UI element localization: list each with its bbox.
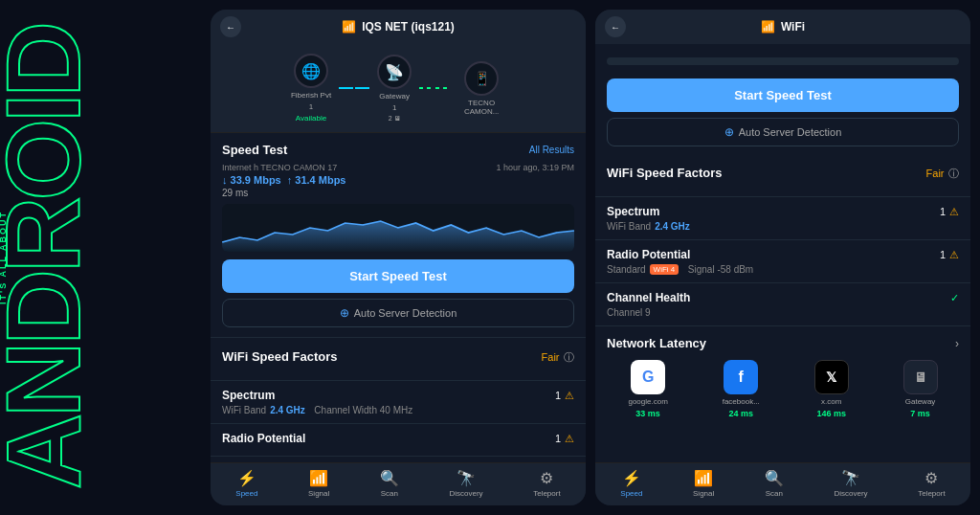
speed-chart-svg [222,204,574,252]
speed-chart [222,204,574,252]
nav-discovery-right[interactable]: 🔭 Discovery [834,469,867,498]
right-wifi-factors-section: WiFi Speed Factors Fair ⓘ [595,154,970,197]
svg-marker-0 [222,221,574,252]
right-network-name: WiFi [781,20,805,34]
scan-nav-icon: 🔍 [380,469,399,487]
android-bg-text: ANDROID [0,25,191,489]
nav-signal-left[interactable]: 📶 Signal [308,469,329,498]
channel-health-factor: Channel Health ✓ Channel 9 [595,283,970,326]
radio-row-header: Radio Potential 1 ⚠ [222,432,574,445]
nav-teleport-right[interactable]: ⚙ Teleport [918,469,945,498]
x-icon: 𝕏 [826,369,836,385]
channel-health-score: ✓ [950,292,959,304]
gateway-devices: 2 🖥 [389,115,401,122]
right-bottom-nav: ⚡ Speed 📶 Signal 🔍 Scan 🔭 Discovery ⚙ Te… [595,462,970,505]
start-speed-test-button[interactable]: Start Speed Test [222,259,574,293]
discovery-nav-label: Discovery [449,489,482,498]
all-results-link[interactable]: All Results [529,145,574,155]
latency-icons: G google.com 33 ms f facebook... 24 ms [607,360,959,418]
speed-test-section: Speed Test All Results Internet h TECNO … [211,133,586,338]
x-logo: 𝕏 [814,360,849,394]
device-node: 📱 TECNO CAMON... [457,61,505,116]
nav-speed-left[interactable]: ⚡ Speed [235,469,257,498]
latency-gateway: 🖥 Gateway 7 ms [903,360,938,418]
nav-scan-left[interactable]: 🔍 Scan [380,469,399,498]
nav-scan-right[interactable]: 🔍 Scan [765,469,784,498]
right-auto-server-button[interactable]: ⊕ Auto Server Detection [607,118,959,146]
network-latency-section: Network Latency › G google.com 33 ms [595,326,970,428]
right-discovery-nav-label: Discovery [834,489,867,498]
right-teleport-nav-label: Teleport [918,489,945,498]
right-radio-factor: Radio Potential 1 ⚠ Standard WiFi 4 Sign… [595,240,970,283]
target-icon: ⊕ [340,306,349,320]
auto-server-button[interactable]: ⊕ Auto Server Detection [222,299,574,327]
gateway-node: 📡 Gateway 1 2 🖥 [377,55,412,122]
right-speed-nav-icon: ⚡ [622,469,641,487]
ok-icon-channel: ✓ [950,292,959,304]
right-start-speed-test-button[interactable]: Start Speed Test [607,78,959,112]
ping-value: 29 ms [222,188,574,198]
google-ms: 33 ms [635,409,660,418]
main-content: 📶 IQS NET (iqs121) 🌐 Fiberish Pvt 1 Avai… [201,0,980,515]
right-spectrum-name: Spectrum [607,205,659,218]
wifi-bar-section [595,44,970,78]
right-radio-name: Radio Potential [607,248,690,261]
right-spectrum-factor: Spectrum 1 ⚠ WiFi Band 2.4 GHz [595,197,970,240]
right-fair-badge: Fair [926,168,945,179]
radio-potential-factor-left: Radio Potential 1 ⚠ [211,424,586,457]
latency-chevron: › [955,337,959,350]
fiberish-label: Fiberish Pvt [291,91,331,100]
right-speed-nav-label: Speed [620,489,642,498]
info-icon: ⓘ [564,351,574,363]
download-speed: ↓ 33.9 Mbps [222,174,281,186]
channel-health-detail: Channel 9 [607,307,959,318]
right-buttons-section: Start Speed Test ⊕ Auto Server Detection [595,78,970,154]
google-logo: G [631,360,665,394]
nav-teleport-left[interactable]: ⚙ Teleport [533,469,560,498]
latency-x: 𝕏 x.com 146 ms [814,360,849,418]
right-scan-nav-icon: 🔍 [765,469,784,487]
nav-speed-right[interactable]: ⚡ Speed [620,469,642,498]
wifi-factors-section: WiFi Speed Factors Fair ⓘ [211,338,586,381]
latency-title: Network Latency [607,336,706,350]
right-wifi-signal-icon: 📶 [761,20,775,34]
right-ghz-badge: 2.4 GHz [655,221,690,232]
x-ms: 146 ms [816,409,846,418]
right-warn-icon-radio: ⚠ [949,249,959,261]
gateway-latency-icon: 🖥 [914,369,927,385]
nav-discovery-left[interactable]: 🔭 Discovery [449,469,482,498]
speed-time: 1 hour ago, 3:19 PM [496,163,574,172]
signal-nav-icon: 📶 [309,469,328,487]
gateway-sub: 1 [392,103,396,112]
fair-badge: Fair [542,351,560,363]
back-button[interactable] [220,16,241,37]
line-dashed-2 [435,87,450,89]
gateway-latency-logo: 🖥 [903,360,938,394]
speed-test-title: Speed Test [222,143,287,157]
scan-nav-label: Scan [381,489,398,498]
latency-facebook: f facebook... 24 ms [723,360,760,418]
right-radio-detail: Standard WiFi 4 Signal -58 dBm [607,264,959,275]
speed-result: Internet h TECNO CAMON 17 1 hour ago, 3:… [222,163,574,198]
spectrum-score: 1 ⚠ [555,390,574,402]
signal-nav-label: Signal [308,489,329,498]
right-auto-server-label: Auto Server Detection [739,126,842,138]
wifi-factors-header: WiFi Speed Factors Fair ⓘ [222,347,574,365]
line-seg-1 [339,87,353,89]
nav-signal-right[interactable]: 📶 Signal [693,469,714,498]
speed-values: ↓ 33.9 Mbps ↑ 31.4 Mbps [222,174,574,186]
left-panel-header: 📶 IQS NET (iqs121) [211,10,586,44]
right-back-button[interactable] [605,16,626,37]
fiberish-status: Available [296,114,326,123]
speed-device-info: Internet h TECNO CAMON 17 1 hour ago, 3:… [222,163,574,172]
right-teleport-nav-icon: ⚙ [924,469,938,487]
right-spectrum-header: Spectrum 1 ⚠ [607,205,959,218]
facebook-ms: 24 ms [728,409,753,418]
wifi4-badge: WiFi 4 [650,264,679,275]
right-scan-nav-label: Scan [766,489,783,498]
speed-test-header: Speed Test All Results [222,143,574,157]
facebook-logo: f [724,360,758,394]
right-warn-icon-spectrum: ⚠ [949,206,959,218]
channel-health-header: Channel Health ✓ [607,291,959,304]
spectrum-factor-left: Spectrum 1 ⚠ WiFi Band 2.4 GHz Channel W… [211,381,586,424]
